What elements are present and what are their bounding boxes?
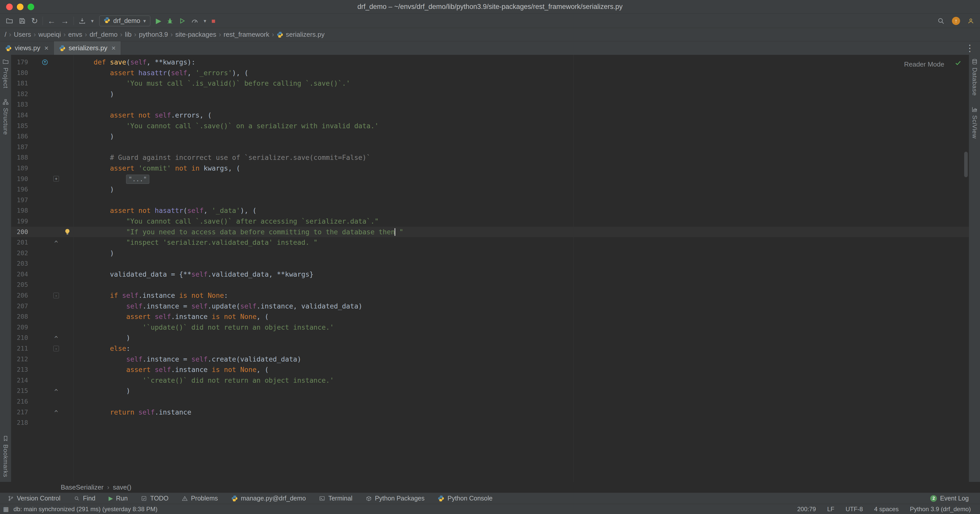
open-folder-icon[interactable] bbox=[6, 17, 13, 25]
statusbar-widget[interactable]: 4 spaces bbox=[874, 506, 899, 513]
code-line[interactable]: 210^ ) bbox=[11, 333, 969, 343]
code-line[interactable]: 208 assert self.instance is not None, ( bbox=[11, 311, 969, 322]
line-number[interactable]: 216 bbox=[11, 396, 28, 407]
code-line[interactable]: 218 bbox=[11, 417, 969, 428]
debug-icon[interactable] bbox=[166, 17, 173, 24]
fold-marker[interactable]: ^ bbox=[52, 237, 61, 248]
breadcrumb-item[interactable]: drf_demo bbox=[89, 30, 118, 38]
code-line[interactable]: 182 ) bbox=[11, 89, 969, 100]
tool-windows-icon[interactable]: ▦ bbox=[3, 506, 9, 512]
code-line[interactable]: 204 validated_data = {**self.validated_d… bbox=[11, 269, 969, 280]
statusbar-widget[interactable]: 200:79 bbox=[797, 506, 816, 513]
stripe-item-sciview[interactable]: SciView bbox=[971, 106, 978, 139]
back-icon[interactable]: ← bbox=[48, 17, 56, 25]
line-number[interactable]: 209 bbox=[11, 322, 28, 333]
breadcrumb-item[interactable]: site-packages bbox=[175, 30, 216, 38]
vcs-update-icon[interactable] bbox=[78, 17, 86, 25]
code-line[interactable]: 201^ "inspect 'serializer.validated_data… bbox=[11, 237, 969, 248]
line-number[interactable]: 214 bbox=[11, 375, 28, 386]
breadcrumb-element[interactable]: BaseSerializer bbox=[61, 484, 103, 491]
code-line[interactable]: 213 assert self.instance is not None, ( bbox=[11, 364, 969, 375]
toolwindow-button-python-console[interactable]: Python Console bbox=[438, 495, 493, 502]
code-line[interactable]: 196 ) bbox=[11, 184, 969, 195]
line-number[interactable]: 179 bbox=[11, 57, 28, 68]
breadcrumb-item[interactable]: envs bbox=[68, 30, 82, 38]
code-line[interactable]: 186 ) bbox=[11, 131, 969, 142]
line-number[interactable]: 211 bbox=[11, 343, 28, 354]
fold-marker[interactable]: - bbox=[52, 343, 61, 354]
kebab-icon[interactable]: ⋮ bbox=[965, 44, 974, 53]
breadcrumb-element[interactable]: save() bbox=[113, 484, 131, 491]
line-number[interactable]: 202 bbox=[11, 248, 28, 259]
line-number[interactable]: 215 bbox=[11, 386, 28, 396]
line-number[interactable]: 218 bbox=[11, 417, 28, 428]
line-number[interactable]: 200 bbox=[11, 227, 28, 237]
fold-marker[interactable]: ^ bbox=[52, 333, 61, 343]
line-number[interactable]: 198 bbox=[11, 205, 28, 216]
toolwindow-button-todo[interactable]: TODO bbox=[141, 495, 169, 502]
gutter-marker[interactable] bbox=[40, 57, 50, 68]
code-line[interactable]: 197 bbox=[11, 195, 969, 206]
forward-icon[interactable]: → bbox=[61, 17, 69, 25]
code-line[interactable]: 203 bbox=[11, 258, 969, 269]
code-line[interactable]: 206- if self.instance is not None: bbox=[11, 290, 969, 301]
code-line[interactable]: 189 assert 'commit' not in kwargs, ( bbox=[11, 163, 969, 174]
line-number[interactable]: 212 bbox=[11, 354, 28, 365]
inspections-ok-icon[interactable] bbox=[955, 59, 962, 67]
inspections-widget[interactable] bbox=[955, 59, 962, 68]
run-configuration-select[interactable]: drf_demo ▾ bbox=[99, 16, 150, 26]
line-number[interactable]: 217 bbox=[11, 407, 28, 417]
line-number[interactable]: 196 bbox=[11, 184, 28, 195]
minimize-window-button[interactable] bbox=[17, 3, 24, 10]
toolwindow-button-version-control[interactable]: Version Control bbox=[8, 495, 60, 502]
stripe-item-bookmarks[interactable]: Bookmarks bbox=[2, 435, 9, 477]
fold-marker[interactable]: ^ bbox=[52, 386, 61, 396]
line-number[interactable]: 205 bbox=[11, 279, 28, 290]
code-line[interactable]: 187 bbox=[11, 142, 969, 152]
statusbar-widget[interactable]: UTF-8 bbox=[845, 506, 863, 513]
code-line[interactable]: 209 '`update()` did not return an object… bbox=[11, 322, 969, 333]
code-line[interactable]: 184 assert not self.errors, ( bbox=[11, 110, 969, 121]
line-number[interactable]: 206 bbox=[11, 290, 28, 301]
editor[interactable]: 179 def save(self, **kwargs):180 assert … bbox=[11, 55, 969, 482]
line-number[interactable]: 187 bbox=[11, 142, 28, 152]
close-window-button[interactable] bbox=[6, 3, 13, 10]
line-number[interactable]: 186 bbox=[11, 131, 28, 142]
stripe-item-database[interactable]: Database bbox=[971, 59, 978, 96]
dropdown-caret-icon[interactable]: ▾ bbox=[204, 18, 206, 24]
dropdown-caret-icon[interactable]: ▾ bbox=[91, 18, 94, 24]
toolwindow-button-manage-py-drf_demo[interactable]: manage.py@drf_demo bbox=[231, 495, 306, 502]
toolwindow-button-find[interactable]: Find bbox=[74, 495, 95, 502]
profile-icon[interactable] bbox=[967, 17, 974, 24]
line-number[interactable]: 213 bbox=[11, 364, 28, 375]
line-number[interactable]: 203 bbox=[11, 258, 28, 269]
line-number[interactable]: 207 bbox=[11, 301, 28, 312]
code-line[interactable]: 199 "You cannot call `.save()` after acc… bbox=[11, 216, 969, 227]
line-number[interactable]: 185 bbox=[11, 121, 28, 131]
save-all-icon[interactable] bbox=[18, 17, 26, 25]
tab-serializers-py[interactable]: serializers.py× bbox=[54, 41, 121, 55]
breadcrumb-item[interactable]: python3.9 bbox=[139, 30, 168, 38]
code-line[interactable]: 200 "If you need to access data before c… bbox=[11, 227, 969, 237]
breadcrumb-item[interactable]: serializers.py bbox=[277, 30, 325, 38]
line-number[interactable]: 210 bbox=[11, 333, 28, 343]
code-line[interactable]: 214 '`create()` did not return an object… bbox=[11, 375, 969, 386]
folded-region[interactable]: "..." bbox=[126, 175, 149, 184]
code-line[interactable]: 180 assert hasattr(self, '_errors'), ( bbox=[11, 68, 969, 78]
fold-marker[interactable]: - bbox=[52, 290, 61, 301]
line-number[interactable]: 188 bbox=[11, 152, 28, 163]
reader-mode-label[interactable]: Reader Mode bbox=[904, 60, 944, 68]
code-line[interactable]: 202 ) bbox=[11, 248, 969, 259]
code-line[interactable]: 215^ ) bbox=[11, 386, 969, 396]
code-line[interactable]: 211- else: bbox=[11, 343, 969, 354]
line-number[interactable]: 189 bbox=[11, 163, 28, 174]
toolwindow-button-run[interactable]: ▶Run bbox=[109, 495, 128, 502]
breadcrumb-item[interactable]: Users bbox=[14, 30, 31, 38]
code-line[interactable]: 179 def save(self, **kwargs): bbox=[11, 57, 969, 68]
stripe-item-structure[interactable]: Structure bbox=[2, 99, 9, 135]
fold-marker[interactable]: + bbox=[52, 174, 61, 184]
code-line[interactable]: 198 assert not hasattr(self, '_data'), ( bbox=[11, 205, 969, 216]
search-everywhere-icon[interactable] bbox=[937, 17, 945, 25]
coverage-icon[interactable] bbox=[179, 17, 186, 24]
line-number[interactable]: 182 bbox=[11, 89, 28, 100]
